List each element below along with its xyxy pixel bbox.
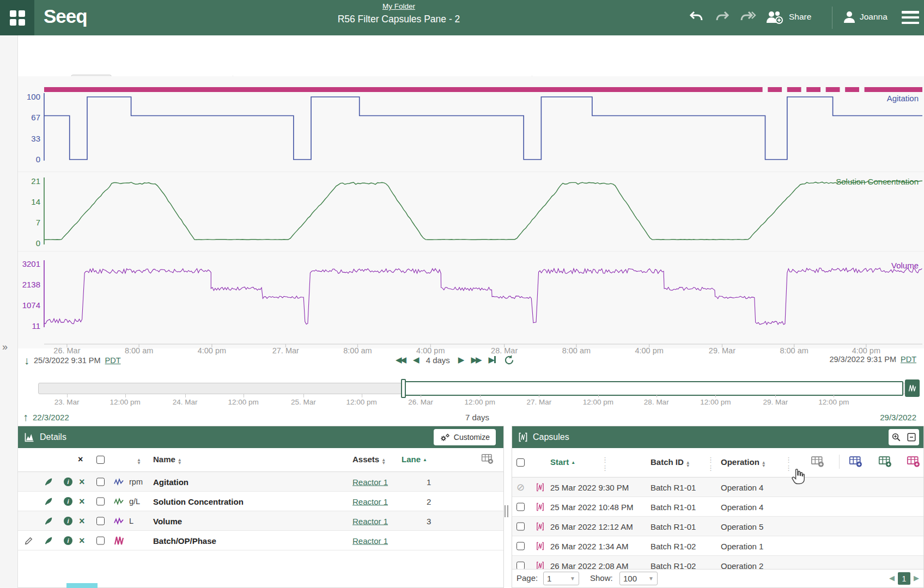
add-capsule-column-icon[interactable] (907, 455, 921, 468)
app-grid-button[interactable] (0, 0, 34, 35)
remove-icon[interactable]: × (79, 498, 85, 505)
edit-pencil-icon[interactable] (25, 536, 33, 545)
timeline-selected-window[interactable] (403, 381, 903, 396)
column-header-batch-id[interactable]: Batch ID▲▼ (651, 457, 690, 468)
select-all-checkbox[interactable] (96, 456, 105, 464)
next-page-icon[interactable]: ▶ (914, 574, 919, 582)
user-icon[interactable] (842, 10, 856, 24)
timezone-link[interactable]: PDT (901, 355, 916, 364)
asset-link[interactable]: Reactor 1 (352, 536, 388, 545)
row-checkbox[interactable] (516, 522, 525, 530)
info-icon[interactable]: i (64, 477, 72, 486)
scrubber-tick-label: 12:00 pm (219, 398, 268, 406)
capsule-row[interactable]: ⊘ 25 Mar 2022 9:30 PM Batch R1-01 Operat… (512, 477, 923, 497)
info-icon[interactable]: i (64, 536, 72, 545)
row-checkbox[interactable] (96, 497, 105, 505)
pin-icon[interactable] (44, 516, 53, 525)
seeq-logo: Seeq (44, 5, 87, 27)
undo-icon[interactable] (688, 9, 704, 25)
scrubber-range-end[interactable]: 29/3/2022 (880, 413, 916, 422)
breadcrumb[interactable]: My Folder (338, 2, 460, 10)
details-row-vol[interactable]: i × L Volume Reactor 1 3 (18, 511, 503, 531)
hamburger-menu-icon[interactable] (902, 11, 919, 24)
trend-chart[interactable]: Agitation Solution Concentration Volume … (17, 76, 924, 348)
item-name[interactable]: Agitation (153, 477, 189, 486)
remove-icon[interactable]: × (79, 517, 85, 525)
display-range-end[interactable]: 29/3/2022 9:31 PM (829, 355, 896, 364)
unit-label: L (129, 517, 133, 525)
info-icon[interactable]: i (64, 497, 72, 506)
step-to-end-icon[interactable]: ▶ (488, 354, 496, 366)
add-column-icon[interactable] (481, 454, 494, 464)
row-checkbox[interactable] (516, 503, 525, 511)
column-menu-icon[interactable]: ⋮⋮ (707, 456, 714, 472)
prev-page-icon[interactable]: ◀ (889, 574, 895, 582)
timeline-window-left-handle[interactable] (401, 379, 406, 398)
asset-link[interactable]: Reactor 1 (352, 516, 388, 525)
timezone-link[interactable]: PDT (105, 356, 121, 365)
add-signal-column-icon[interactable] (849, 455, 863, 468)
item-name[interactable]: Volume (153, 516, 182, 525)
remove-icon[interactable]: × (79, 478, 85, 486)
item-name[interactable]: Solution Concentration (153, 497, 244, 506)
add-condition-column-icon[interactable] (878, 455, 892, 468)
zoom-to-capsule-button[interactable] (889, 429, 904, 445)
remove-all-column-icon[interactable]: × (78, 455, 83, 464)
display-range-start[interactable]: 25/3/2022 9:31 PM (34, 356, 101, 365)
row-checkbox[interactable] (516, 561, 525, 569)
pin-icon[interactable] (44, 497, 53, 506)
add-column-icon[interactable] (811, 455, 825, 468)
column-header-start[interactable]: Start▲ (550, 457, 575, 467)
page-select[interactable]: 1▼ (543, 572, 579, 585)
info-icon[interactable]: i (64, 517, 72, 525)
row-checkbox[interactable] (96, 517, 105, 525)
step-forward-full-icon[interactable]: ▶▶ (471, 354, 480, 366)
column-header-operation[interactable]: Operation▲▼ (721, 457, 766, 468)
row-checkbox[interactable] (96, 536, 105, 544)
share-icon[interactable] (764, 9, 784, 25)
scrubber-tick (244, 394, 244, 397)
collapse-panel-button[interactable] (904, 429, 919, 445)
remove-icon[interactable]: × (79, 537, 85, 544)
pin-icon[interactable] (44, 477, 53, 486)
capsule-row[interactable]: 26 Mar 2022 12:12 AM Batch R1-01 Operati… (512, 517, 923, 536)
step-back-full-icon[interactable]: ◀◀ (396, 354, 405, 366)
no-select-icon: ⊘ (516, 481, 525, 493)
asset-link[interactable]: Reactor 1 (352, 477, 388, 486)
magnifier-plus-icon (891, 432, 901, 442)
user-name[interactable]: Joanna (860, 12, 887, 22)
capsule-row[interactable]: 25 Mar 2022 10:48 PM Batch R1-01 Operati… (512, 497, 923, 517)
share-button[interactable]: Share (789, 12, 811, 22)
y-tick-label: 11 (17, 321, 40, 331)
panel-resize-handle[interactable] (504, 505, 511, 517)
scrubber-range-start[interactable]: 22/3/2022 (33, 413, 69, 422)
customize-button[interactable]: Customize (434, 429, 496, 445)
current-page-button[interactable]: 1 (898, 572, 910, 585)
sort-column[interactable]: ▲▼ (135, 455, 141, 465)
asset-link[interactable]: Reactor 1 (352, 497, 388, 506)
row-checkbox[interactable] (516, 542, 525, 550)
column-header-assets[interactable]: Assets▲▼ (352, 455, 386, 465)
pin-icon[interactable] (44, 536, 53, 545)
redo-all-icon[interactable] (740, 9, 756, 25)
capsule-row[interactable]: 26 Mar 2022 1:34 AM Batch R1-02 Operatio… (512, 536, 923, 556)
select-all-capsules-checkbox[interactable] (516, 458, 525, 467)
step-back-icon[interactable]: ◀ (413, 354, 418, 366)
redo-icon[interactable] (714, 9, 731, 25)
expand-panel-icon[interactable]: » (2, 341, 8, 353)
duration-label[interactable]: 4 days (426, 356, 450, 365)
column-header-name[interactable]: Name▲▼ (153, 455, 182, 465)
scrubber-tick-label: 23. Mar (42, 398, 92, 406)
column-menu-icon[interactable]: ⋮⋮ (601, 456, 609, 472)
details-row-agitation[interactable]: i × rpm Agitation Reactor 1 1 (18, 472, 503, 492)
step-forward-icon[interactable]: ▶ (458, 354, 463, 366)
details-row-solution-concentration[interactable]: i × g/L Solution Concentration Reactor 1… (18, 492, 503, 511)
details-row-batch-op-phase[interactable]: i × Batch/OP/Phase Reactor 1 (18, 531, 503, 550)
column-header-lane[interactable]: Lane▲ (402, 455, 427, 464)
show-select[interactable]: 100▼ (619, 572, 658, 585)
timeline-capsule-button[interactable] (905, 379, 920, 397)
refresh-icon[interactable] (504, 355, 514, 365)
y-tick-label: 21 (17, 176, 40, 186)
item-name[interactable]: Batch/OP/Phase (153, 536, 216, 545)
row-checkbox[interactable] (96, 477, 105, 486)
